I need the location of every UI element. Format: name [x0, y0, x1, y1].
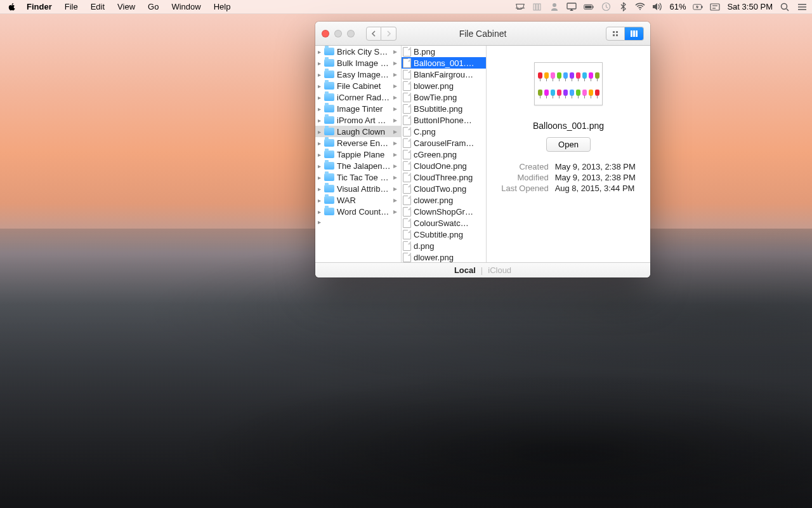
menu-view[interactable]: View — [111, 0, 141, 14]
folder-row[interactable]: ▸WAR▸ — [315, 194, 401, 206]
file-label: d.png — [414, 241, 483, 251]
folder-row[interactable]: ▸Bulk Image R…▸ — [315, 57, 401, 69]
bluetooth-icon[interactable] — [618, 2, 628, 12]
file-row[interactable]: blower.png — [402, 80, 486, 91]
file-row[interactable]: C.png — [402, 126, 486, 137]
battery-menu-icon[interactable] — [584, 2, 594, 12]
folder-row[interactable]: ▸Word Counter…▸ — [315, 206, 401, 217]
file-row[interactable]: clower.png — [402, 194, 486, 206]
chevron-right-icon: ▸ — [393, 116, 398, 124]
wifi-icon[interactable] — [635, 2, 645, 12]
meta-created-value: May 9, 2013, 2:38 PM — [555, 162, 636, 171]
file-column: B.pngBalloons_001.…BlankFairgrou…blower.… — [402, 46, 487, 262]
folder-row[interactable]: ▸Tappie Plane▸ — [315, 149, 401, 160]
file-row[interactable]: B.png — [402, 46, 486, 57]
menu-file[interactable]: File — [58, 0, 84, 14]
tab-local[interactable]: Local — [454, 265, 476, 275]
folder-row[interactable]: ▸The Jalapeno…▸ — [315, 160, 401, 171]
file-icon — [403, 207, 411, 217]
balloon-icon — [570, 72, 574, 79]
file-label: C.png — [414, 127, 483, 137]
view-columns[interactable] — [625, 27, 644, 41]
file-row[interactable]: cGreen.png — [402, 149, 486, 160]
folder-label: Reverse Engi… — [337, 138, 391, 148]
airplay-icon[interactable] — [566, 2, 577, 12]
menu-edit[interactable]: Edit — [84, 0, 111, 14]
file-label: ClownShopGr… — [414, 207, 483, 217]
file-label: blower.png — [414, 81, 483, 91]
file-label: BlankFairgrou… — [414, 70, 483, 79]
file-icon — [403, 47, 411, 57]
chevron-right-icon: ▸ — [393, 196, 398, 204]
menu-go[interactable]: Go — [141, 0, 165, 14]
balloon-icon — [582, 90, 587, 96]
file-row[interactable]: ClownShopGr… — [402, 206, 486, 217]
folder-row[interactable]: ▸Image Tinter▸ — [315, 103, 401, 114]
chevron-right-icon: ▸ — [393, 184, 398, 193]
disclosure-icon: ▸ — [317, 105, 322, 112]
svg-rect-0 — [534, 4, 535, 10]
mail-tray-icon[interactable] — [515, 2, 525, 12]
folder-label: Bulk Image R… — [337, 58, 391, 68]
folder-label: The Jalapeno… — [337, 161, 391, 171]
clock[interactable]: Sat 3:50 PM — [727, 2, 773, 11]
zoom-button[interactable] — [347, 30, 355, 37]
file-row[interactable]: dlower.png — [402, 251, 486, 262]
view-icon-grid[interactable] — [606, 27, 625, 41]
file-row[interactable]: BSubtitle.png — [402, 103, 486, 114]
notification-center-icon[interactable] — [797, 2, 807, 12]
timemachine-icon[interactable] — [601, 2, 611, 12]
minimize-button[interactable] — [334, 30, 342, 37]
file-row[interactable]: CarouselFram… — [402, 137, 486, 149]
file-row[interactable]: ButtonIPhone… — [402, 114, 486, 126]
menubar-icon-2[interactable] — [549, 2, 560, 12]
textinput-icon[interactable] — [710, 2, 720, 12]
file-row[interactable]: Balloons_001.… — [402, 57, 486, 69]
volume-icon[interactable] — [652, 2, 662, 12]
folder-row[interactable]: ▸File Cabinet▸ — [315, 80, 401, 91]
app-menu[interactable]: Finder — [20, 0, 58, 14]
chevron-right-icon: ▸ — [393, 161, 398, 170]
file-row[interactable]: CSubtitle.png — [402, 229, 486, 240]
finder-window: File Cabinet ▸Brick City Sol…▸▸Bulk Imag… — [315, 22, 650, 277]
folder-row[interactable]: ▸Laugh Clown▸ — [315, 126, 401, 137]
folder-row[interactable]: ▸Visual Attribut…▸ — [315, 183, 401, 194]
folder-row[interactable]: ▸Brick City Sol…▸ — [315, 46, 401, 57]
folder-row[interactable]: ▸iCorner Radius▸ — [315, 91, 401, 103]
menu-help[interactable]: Help — [207, 0, 237, 14]
battery-percent[interactable]: 61% — [669, 2, 686, 11]
file-row[interactable]: BowTie.png — [402, 91, 486, 103]
file-icon — [403, 81, 411, 91]
disclosure-icon: ▸ — [317, 128, 322, 135]
file-row[interactable]: BlankFairgrou… — [402, 69, 486, 80]
file-icon — [403, 173, 411, 182]
folder-row[interactable]: ▸iPromo Art Cr…▸ — [315, 114, 401, 126]
folder-icon — [324, 185, 334, 192]
folder-row[interactable]: ▸Easy Image R…▸ — [315, 69, 401, 80]
file-icon — [403, 196, 411, 205]
folder-icon — [324, 139, 334, 147]
file-row[interactable]: d.png — [402, 240, 486, 251]
file-row[interactable]: CloudThree.png — [402, 171, 486, 183]
charging-icon[interactable] — [693, 2, 703, 12]
meta-opened-value: Aug 8, 2015, 3:44 PM — [555, 184, 636, 193]
apple-menu-icon[interactable] — [8, 3, 16, 11]
menu-window[interactable]: Window — [165, 0, 207, 14]
back-button[interactable] — [366, 27, 381, 41]
forward-button[interactable] — [381, 27, 396, 41]
open-button[interactable]: Open — [546, 137, 591, 152]
folder-row[interactable]: ▸Tic Tac Toe W…▸ — [315, 171, 401, 183]
folder-row[interactable]: ▸Reverse Engi…▸ — [315, 137, 401, 149]
folder-label: Tappie Plane — [337, 150, 391, 159]
file-row[interactable]: CloudTwo.png — [402, 183, 486, 194]
spotlight-icon[interactable] — [780, 2, 790, 12]
balloon-icon — [595, 72, 599, 79]
titlebar[interactable]: File Cabinet — [315, 22, 650, 46]
file-row[interactable]: ColourSwatc… — [402, 217, 486, 229]
menubar-icon-1[interactable] — [532, 2, 542, 12]
tab-icloud[interactable]: iCloud — [488, 265, 511, 275]
file-row[interactable]: CloudOne.png — [402, 160, 486, 171]
close-button[interactable] — [322, 30, 329, 37]
disclosure-icon: ▸ — [317, 151, 322, 158]
file-label: CloudOne.png — [414, 161, 483, 171]
